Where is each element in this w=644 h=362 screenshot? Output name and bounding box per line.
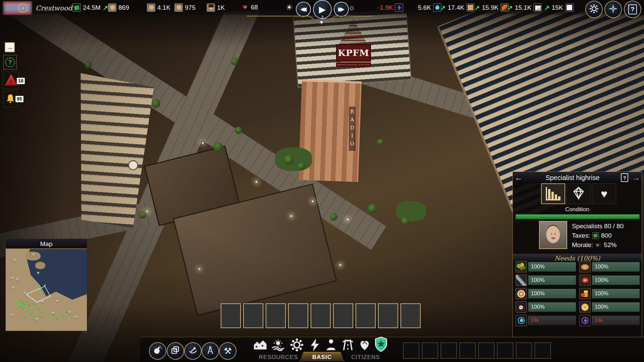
measure-tool-button[interactable] [202, 342, 219, 360]
category-leisure[interactable] [270, 338, 286, 353]
need-water[interactable]: 1% [516, 315, 576, 326]
tree [231, 58, 238, 65]
electricity-stat[interactable]: -1.9K [378, 3, 403, 12]
curved-arrow-icon [188, 346, 198, 356]
city-thumbnail[interactable] [221, 303, 241, 328]
prev-building-button[interactable]: ← [513, 173, 524, 182]
city-thumbnail[interactable] [243, 303, 263, 328]
street-lamp [202, 142, 204, 144]
taxes-label: Taxes: [572, 232, 590, 239]
paper-stat[interactable]: ↗ 15K [544, 3, 574, 12]
sushi-icon [516, 301, 527, 313]
question-gear-icon: ? [5, 57, 15, 67]
speed-up-button[interactable]: ▶▶ [334, 2, 349, 17]
panel-help-icon[interactable]: ? [621, 173, 628, 182]
tree [284, 155, 294, 165]
quick-slot[interactable] [403, 343, 419, 359]
tab-resources[interactable]: RESOURCES [253, 354, 304, 361]
tab-basic[interactable]: BASIC [297, 354, 347, 361]
city-thumbnail[interactable] [311, 303, 331, 328]
tab-quality[interactable] [567, 183, 591, 204]
quick-slot[interactable] [535, 343, 551, 359]
tree [377, 139, 384, 145]
city-thumbnail[interactable] [288, 303, 308, 328]
need-beer[interactable]: 100% [579, 288, 640, 299]
need-pie[interactable]: 100% [579, 301, 640, 313]
tab-citizens[interactable]: CITIZENS [340, 354, 391, 361]
category-energy[interactable] [307, 338, 323, 353]
settings-button[interactable] [585, 1, 603, 18]
category-housing[interactable] [252, 338, 268, 353]
need-soup[interactable]: 100% [516, 288, 576, 299]
quick-slot[interactable] [441, 343, 457, 359]
trend-up-icon: ↗ [103, 4, 108, 12]
tree [85, 61, 92, 68]
need-bread[interactable]: 100% [579, 261, 640, 273]
need-vegetables[interactable]: 100% [516, 261, 576, 273]
quick-slot[interactable] [497, 343, 513, 359]
planks-stat[interactable]: ↗ 17.4K [440, 3, 475, 12]
copy-tool-button[interactable] [167, 342, 184, 360]
category-infrastructure[interactable] [340, 338, 356, 353]
city-thumbnail[interactable] [266, 303, 286, 328]
day-icon: ☀ [286, 3, 293, 12]
elites-stat[interactable]: 1K [207, 3, 225, 12]
need-sushi[interactable]: 100% [516, 301, 576, 313]
slow-down-button[interactable]: ◀◀ [296, 2, 311, 17]
alert-count-badge: 18 [17, 78, 25, 84]
radio-vertical-sign: RADIO [349, 107, 356, 151]
city-thumbnail[interactable] [378, 303, 398, 328]
specialists-stat[interactable]: 4.1K [147, 3, 170, 12]
engineers-stat[interactable]: 975 [174, 3, 196, 12]
morale-stat[interactable]: ♥↺ 68 [242, 3, 258, 11]
game-screen: KPFM BROADCASTING STATION RADIO ✦ Crestw… [0, 0, 644, 362]
need-meat[interactable]: 100% [579, 275, 640, 286]
move-tool-button[interactable] [184, 342, 202, 360]
gear-icon [290, 338, 304, 353]
game-speed-value: 2 [320, 15, 325, 20]
treasury-stat[interactable]: 24.5M ↗ [72, 3, 108, 12]
quick-slot[interactable] [516, 343, 532, 359]
morale-heart-icon: ♥↺ [595, 242, 602, 248]
tutorial-button[interactable]: ? [3, 55, 17, 70]
tab-statistics[interactable] [541, 183, 565, 204]
morale-label: Morale: [572, 241, 593, 249]
next-building-button[interactable]: → [630, 173, 642, 182]
quick-slot[interactable] [460, 343, 476, 359]
divider-compass-icon [206, 346, 215, 356]
achievements-badge[interactable] [372, 337, 390, 354]
category-services[interactable] [323, 338, 339, 353]
planks-value: 17.4K [448, 4, 465, 11]
quick-slot[interactable] [478, 343, 494, 359]
highway-icon [341, 338, 355, 353]
need-electricity[interactable]: 1% [579, 315, 640, 326]
bricks-stat[interactable]: ↗ 15.9K [474, 3, 509, 12]
city-thumbnail[interactable] [400, 303, 421, 328]
beer-icon [579, 288, 591, 299]
category-citizens[interactable] [357, 338, 372, 353]
build-tool-button[interactable]: ⚒ [219, 342, 236, 360]
quick-slot[interactable] [422, 343, 438, 359]
minimap[interactable]: ⚒ ⚒ ⚒ ⚒ ⚒ ⚒ ⚒ ⚒ ⚒ ⚒ ⚒ ⚒ ⚒ ⚒ [6, 249, 87, 331]
demolish-button[interactable] [149, 342, 166, 360]
worker-portrait-icon [108, 3, 116, 12]
city-thumbnail[interactable] [356, 303, 376, 328]
category-industry[interactable] [289, 338, 305, 353]
need-fish[interactable]: 100% [516, 275, 576, 286]
water-stat[interactable]: 5.6K [418, 3, 441, 12]
tab-happiness[interactable]: ♥ [592, 183, 616, 204]
person-icon [324, 338, 338, 353]
specialists-count: Specialists 80 / 80 [572, 223, 624, 230]
stone-stat[interactable]: ↗ 15.1K [507, 3, 542, 12]
workers-stat[interactable]: 869 [108, 3, 129, 12]
help-book-icon: ? [628, 4, 637, 14]
condition-bar-fill [516, 215, 639, 219]
navigation-button[interactable] [604, 1, 622, 18]
minimap-viewport [6, 249, 87, 330]
exit-button[interactable]: → [5, 42, 15, 52]
sun-waves-icon [271, 338, 285, 353]
help-button[interactable]: ? [624, 1, 641, 18]
street-lamp [339, 264, 341, 266]
alerts-button[interactable]: ! [3, 72, 19, 89]
city-thumbnail[interactable] [333, 303, 353, 328]
